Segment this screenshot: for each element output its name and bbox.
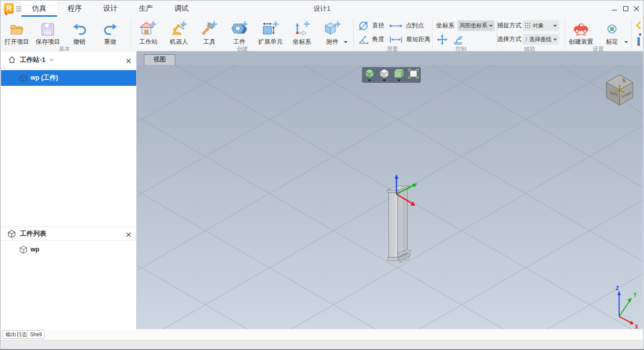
shaded-view-cube-icon — [380, 69, 388, 82]
front-view-cube-icon — [394, 70, 404, 82]
diameter-button[interactable]: 直径 — [358, 20, 384, 31]
calibrate-button[interactable]: 标定 — [601, 19, 623, 46]
angle-icon — [358, 35, 369, 45]
workstation-button[interactable]: 工作站 — [135, 19, 162, 46]
workpiece-panel-header: 工件列表 — [1, 227, 136, 241]
attachment-dropdown-caret[interactable] — [344, 41, 348, 43]
workpiece-button[interactable]: 工件 — [228, 19, 251, 46]
workpiece-3d-object[interactable] — [382, 173, 427, 267]
workpiece-list-cube-icon — [8, 230, 16, 238]
view-tab[interactable]: 视图 — [144, 54, 175, 65]
snap-mode-dropdown[interactable]: 对象 — [523, 20, 559, 31]
triad-y-label: Y — [633, 292, 637, 298]
redo-button[interactable]: 重做 — [98, 19, 122, 46]
viewport-toolbar — [362, 67, 421, 83]
window-title: 设计1 — [314, 1, 330, 17]
angle-button[interactable]: 角度 — [358, 34, 384, 45]
workpiece-panel-close-icon[interactable] — [125, 230, 132, 237]
create-device-button[interactable]: 创建装置 — [567, 19, 595, 46]
axis-triad: Z Y X — [603, 283, 643, 329]
hammer-icon — [200, 19, 219, 36]
object-grid-icon — [525, 22, 531, 29]
app-logo-icon[interactable]: R — [4, 3, 14, 14]
redo-icon — [104, 19, 117, 36]
move-cross-icon — [437, 34, 448, 45]
output-log-tab[interactable]: 输出日志 — [3, 330, 30, 339]
attachment-cube-icon — [323, 19, 342, 36]
ribbon: 打开项目 保存项目 撤销 重做 基本 — [1, 17, 643, 51]
shortest-distance-icon — [389, 36, 403, 43]
save-project-button[interactable]: 保存项目 — [35, 19, 61, 46]
triad-x-label: X — [635, 324, 638, 329]
menu-tab-simulation[interactable]: 仿真 — [21, 1, 57, 17]
frame-button[interactable]: 坐标系 — [290, 19, 314, 46]
viewport[interactable]: 视图 — [137, 51, 643, 329]
open-folder-icon — [10, 19, 24, 36]
coordinate-system-label: 坐标系 — [436, 20, 454, 31]
tree-item-wp-selected[interactable]: wp (工件) — [1, 70, 136, 86]
viewport-tab-strip — [137, 51, 643, 65]
menu-tab-design[interactable]: 设计 — [93, 1, 128, 17]
extension-unit-icon — [261, 19, 280, 36]
point-to-point-button[interactable]: 点到点 — [389, 20, 424, 31]
close-button[interactable] — [631, 3, 642, 14]
move-control-button[interactable] — [437, 34, 448, 45]
calibrate-target-icon — [605, 19, 619, 36]
workpiece-cube-icon — [19, 74, 27, 82]
diameter-icon — [358, 21, 369, 31]
status-strip — [1, 340, 643, 348]
view-cube[interactable]: Up Left Front — [604, 74, 635, 106]
home-icon — [8, 56, 16, 63]
curve-icon — [525, 36, 528, 43]
ribbon-overflow-icons[interactable] — [634, 20, 643, 46]
sidebar: 工作站-1 wp (工件) 工件列表 wp — [1, 51, 137, 329]
shell-tab[interactable]: Shell — [27, 330, 45, 339]
titlebar: R 仿真 程序 设计 生产 调试 设计1 — [1, 1, 643, 17]
workstation-house-icon — [139, 19, 158, 36]
menu-tab-production[interactable]: 生产 — [128, 1, 164, 17]
coordinate-frame-icon — [293, 19, 311, 36]
car-device-icon — [571, 19, 591, 36]
extension-unit-button[interactable]: 扩展单元 — [256, 19, 285, 46]
menu-tab-program[interactable]: 程序 — [57, 1, 93, 17]
undo-button[interactable]: 撤销 — [67, 19, 91, 46]
status-bar: 输出日志 Shell — [1, 329, 643, 348]
workpiece-list-item-wp[interactable]: wp — [1, 243, 136, 256]
minimize-button[interactable] — [609, 3, 620, 14]
attachment-button[interactable]: 附件 — [321, 19, 344, 46]
robot-control-icon — [452, 34, 464, 45]
chevron-down-icon[interactable] — [49, 58, 54, 61]
robot-control-button[interactable] — [452, 34, 464, 45]
point-to-point-icon — [389, 23, 403, 28]
snap-mode-label: 捕捉方式 — [497, 20, 522, 31]
iso-view-cube-icon — [365, 69, 374, 82]
viewport-canvas[interactable]: Up Left Front — [137, 65, 643, 329]
triad-z-label: Z — [616, 285, 619, 292]
robot-button[interactable]: 机器人 — [166, 19, 192, 46]
station-panel-header: 工作站-1 — [1, 51, 136, 69]
tool-button[interactable]: 工具 — [198, 19, 221, 46]
select-mode-dropdown[interactable]: 选择曲线 — [523, 34, 559, 45]
robot-arm-icon — [170, 19, 188, 36]
calibrate-dropdown-caret[interactable] — [624, 41, 628, 43]
maximize-button[interactable] — [620, 3, 631, 14]
menu-tab-debug[interactable]: 调试 — [164, 1, 199, 17]
coordinate-system-dropdown[interactable]: 局部坐标系 — [457, 20, 495, 31]
zoom-fit-icon — [409, 70, 418, 78]
open-project-button[interactable]: 打开项目 — [4, 19, 30, 46]
select-mode-label: 选择方式 — [497, 34, 522, 45]
save-floppy-icon — [41, 19, 54, 36]
shortest-distance-button[interactable]: 最短距离 — [389, 34, 431, 45]
app-window: R 仿真 程序 设计 生产 调试 设计1 打开项目 保存项目 — [0, 0, 644, 350]
undo-icon — [73, 19, 86, 36]
hexnut-icon — [230, 19, 249, 36]
station-panel-close-icon[interactable] — [125, 56, 132, 63]
wp-cube-icon — [19, 245, 27, 253]
viewport-toolbar-icons[interactable] — [362, 67, 421, 83]
